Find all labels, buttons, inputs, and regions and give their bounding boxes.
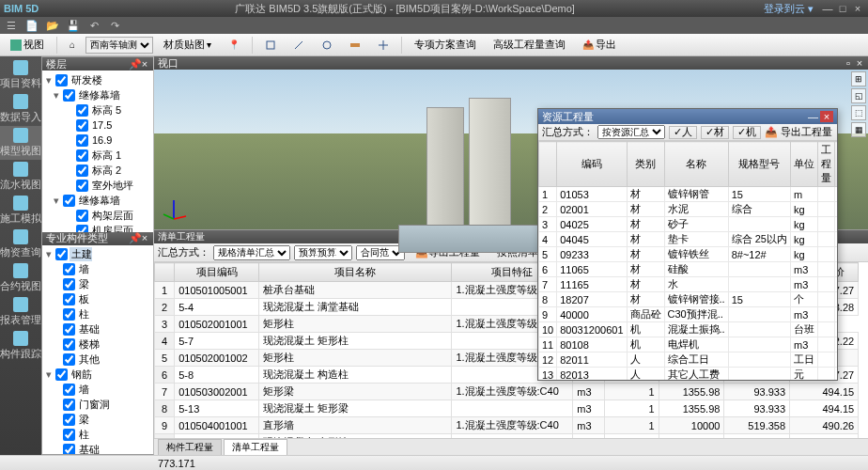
col-header[interactable]: 项目名称	[258, 263, 451, 282]
tree-node[interactable]: ▾研发楼	[44, 72, 151, 87]
vp-tool-icon[interactable]: ⬚	[851, 105, 866, 120]
tab-bill[interactable]: 清单工程量	[224, 439, 287, 455]
plan-query-button[interactable]: 专项方案查询	[408, 36, 483, 55]
expand-icon[interactable]: ▾	[44, 248, 54, 260]
expand-icon[interactable]: ▾	[52, 89, 61, 102]
pin-icon[interactable]: 📌	[129, 58, 138, 70]
home-icon[interactable]: ⌂	[63, 36, 82, 55]
close-icon[interactable]: ×	[140, 58, 149, 70]
tree-checkbox[interactable]	[76, 149, 88, 162]
tree-node[interactable]: 楼梯	[44, 337, 151, 352]
tree-node[interactable]: 室外地坪	[44, 178, 151, 193]
export-button[interactable]: 📤 导出	[576, 36, 623, 55]
tree-node[interactable]: 基础	[44, 443, 151, 454]
budget-select[interactable]: 预算预算	[294, 245, 352, 260]
table-row[interactable]: 85-13现浇混凝土 矩形梁m311355.9893.933494.15	[155, 400, 868, 417]
axis-select[interactable]: 西南等轴测	[85, 37, 153, 54]
table-row[interactable]: 940000商品砼C30预拌混..m34831.7134101981002.39	[539, 307, 838, 322]
cloud-login[interactable]: 登录到云 ▾	[764, 2, 814, 16]
tree-node[interactable]: 标高 5	[44, 102, 151, 118]
res-export-button[interactable]: 📤 导出工程量	[765, 125, 832, 139]
tree-node[interactable]: 墙	[44, 383, 151, 398]
material-map-button[interactable]: 材质贴图 ▾	[157, 36, 218, 55]
dock-item[interactable]: 流水视图	[0, 160, 41, 194]
tree-node[interactable]: 墙	[44, 262, 151, 277]
tree-checkbox[interactable]	[63, 293, 75, 306]
tree-node[interactable]: 17.5	[44, 118, 151, 133]
vp-tool-icon[interactable]: ⊞	[851, 71, 866, 86]
tree-checkbox[interactable]	[76, 164, 88, 177]
table-row[interactable]: 1080031200601机混凝土振捣..台班121.14318.652259.…	[539, 322, 838, 337]
dock-item[interactable]: 数据导入	[0, 92, 41, 126]
tree-checkbox[interactable]	[63, 414, 75, 426]
tree-node[interactable]: ▾继修幕墙	[44, 87, 151, 102]
tree-node[interactable]: 柱	[44, 307, 151, 322]
tree-checkbox[interactable]	[76, 104, 88, 117]
table-row[interactable]: 818207材镀锌钢管接..15个1383.8410.52719.6	[539, 292, 838, 307]
tool-icon-4[interactable]	[343, 36, 367, 55]
tree-node[interactable]: 板	[44, 292, 151, 307]
col-header[interactable]: 类别	[627, 142, 664, 187]
tree-checkbox[interactable]	[63, 263, 75, 275]
filter-material[interactable]: ✓ 材	[701, 126, 729, 139]
minimize-icon[interactable]: —	[821, 3, 834, 14]
table-row[interactable]: 202001材水泥综合kg113.2770.3741.91	[539, 202, 838, 217]
pin-icon[interactable]: 📌	[129, 232, 138, 244]
axis-gizmo-icon[interactable]	[160, 196, 188, 224]
expand-icon[interactable]: ▾	[52, 195, 61, 207]
new-icon[interactable]: 📄	[24, 19, 39, 32]
tree-checkbox[interactable]	[63, 338, 75, 351]
save-icon[interactable]: 💾	[66, 19, 81, 32]
menu-icon[interactable]: ☰	[4, 19, 19, 32]
tool-icon-5[interactable]	[371, 36, 395, 55]
res-summary-select[interactable]: 按资源汇总	[597, 125, 665, 139]
redo-icon[interactable]: ↷	[107, 19, 122, 32]
tree-checkbox[interactable]	[63, 308, 75, 321]
table-row[interactable]: 1282011人综合工日工日147.09132.534784.88	[539, 352, 838, 368]
tree-checkbox[interactable]	[76, 180, 88, 192]
undo-icon[interactable]: ↶	[86, 19, 101, 32]
building-model[interactable]	[426, 107, 464, 239]
tree-checkbox[interactable]	[55, 248, 68, 260]
adv-query-button[interactable]: 高级工程量查询	[487, 36, 572, 55]
close-icon[interactable]: ×	[140, 232, 149, 244]
tree-node[interactable]: 梁	[44, 413, 151, 428]
tree-checkbox[interactable]	[76, 210, 88, 222]
tree-checkbox[interactable]	[76, 134, 88, 147]
tree-node[interactable]: 标高 1	[44, 148, 151, 163]
table-row[interactable]: 1180108机电焊机m314.5644806990.72	[539, 337, 838, 352]
tab-component[interactable]: 构件工程量	[158, 439, 222, 455]
table-row[interactable]: 101053材镀锌钢管15m862.2593.993440.41	[539, 187, 838, 202]
tree-checkbox[interactable]	[63, 384, 75, 396]
summary-select[interactable]: 规格清单汇总	[213, 245, 290, 260]
dock-item[interactable]: 物资查询	[0, 227, 41, 261]
tree-node[interactable]: 门窗洞	[44, 398, 151, 413]
tree-node[interactable]: ▾土建	[44, 247, 151, 262]
col-header[interactable]	[155, 263, 175, 282]
col-header[interactable]: 工程量	[817, 142, 834, 187]
table-row[interactable]: 1382013人其它人工费元67.628167.63	[539, 368, 838, 381]
view-button[interactable]: 视图	[4, 36, 51, 55]
minimize-icon[interactable]: —	[808, 111, 818, 122]
tree-node[interactable]: ▾钢筋	[44, 368, 151, 383]
tree-checkbox[interactable]	[55, 368, 68, 381]
tree-checkbox[interactable]	[63, 353, 75, 366]
filter-person[interactable]: ✓ 人	[669, 126, 697, 139]
close-icon[interactable]: ×	[855, 57, 864, 69]
table-row[interactable]: 509233材镀锌铁丝8#~12#kg11.8353.8545.56	[539, 247, 838, 262]
pin-icon[interactable]: 📍	[222, 36, 246, 55]
dock-icon[interactable]: ▫	[844, 57, 853, 69]
tree-node[interactable]: 基础	[44, 322, 151, 337]
col-header[interactable]: 名称	[664, 142, 728, 187]
floor-tree[interactable]: ▾研发楼▾继修幕墙标高 517.516.9标高 1标高 2室外地坪▾继修幕墙构架…	[42, 70, 153, 232]
tree-node[interactable]: ▾继修幕墙	[44, 193, 151, 208]
dock-item[interactable]: 项目资料	[0, 58, 41, 92]
tool-icon-2[interactable]	[287, 36, 311, 55]
tool-icon-3[interactable]	[315, 36, 339, 55]
tree-checkbox[interactable]	[63, 195, 75, 207]
tree-checkbox[interactable]	[55, 74, 68, 86]
table-row[interactable]: 611065材硅酸m31.17573.386.13	[539, 262, 838, 277]
maximize-icon[interactable]: □	[836, 3, 849, 14]
col-header[interactable]	[539, 142, 557, 187]
open-icon[interactable]: 📂	[45, 19, 60, 32]
